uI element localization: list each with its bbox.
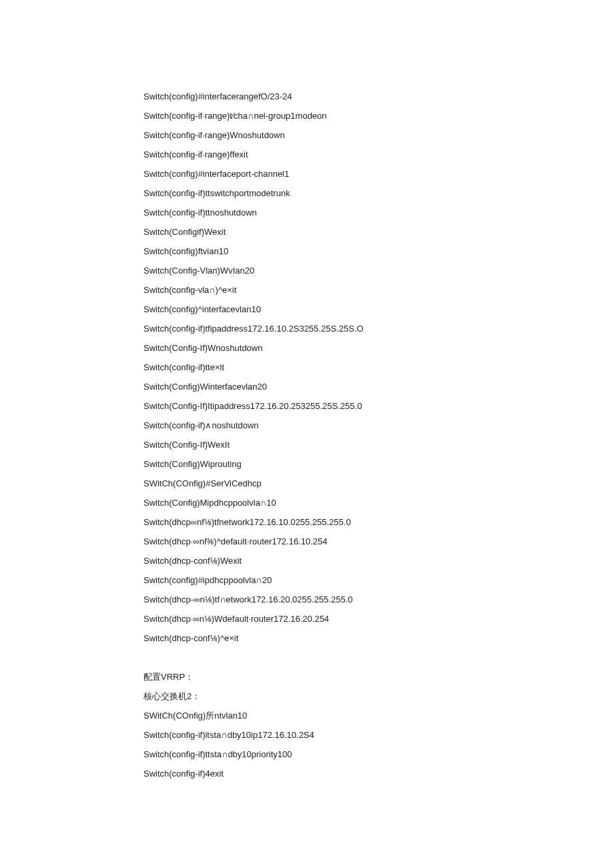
config-line: Switch(config-if·range)ffexit (143, 145, 614, 164)
section-subheading: 核心交换机2： (143, 687, 614, 706)
config-line: Switch(Configif)Wexit (143, 222, 614, 242)
config-line: Switch(Config)Wiprouting (143, 454, 614, 474)
config-line: Switch(config-if)∧noshutdown (143, 416, 614, 435)
config-line: Switch(Config-If)Wnoshutdown (143, 338, 614, 358)
config-line: Switch(dhcp-conf⅛)Wexit (143, 551, 614, 570)
config-line: Switch(dhcp-∞n⅛)tf∩etwork172.16.20.0255.… (143, 590, 614, 609)
config-block-2: 配置VRRP： 核心交换机2： SWitCh(COnfig)所ntvlan10 … (143, 667, 614, 783)
config-line: Switch(config)ftvian10 (143, 242, 614, 261)
config-line: Switch(config-if·range)Wnoshutdown (143, 125, 614, 145)
config-line: SWitCh(COnfig)所ntvlan10 (143, 706, 614, 725)
config-line: Switch(config-vla∩)^e×it (143, 280, 614, 300)
config-line: Switch(config-if)4exit (143, 764, 614, 783)
config-line: Switch(dhcp·∞nf⅜)^default·router172.16.1… (143, 532, 614, 551)
config-line: Switch(dhcp∞nf⅛)tfnetwork172.16.10.0255.… (143, 512, 614, 532)
config-line: Switch(config-if)tte×lt (143, 358, 614, 377)
config-line: Switch(config-if)ttswitchportmodetrunk (143, 183, 614, 203)
config-line: Switch(config-if)ttsta∩dby10priority100 (143, 745, 614, 764)
config-line: Switch(config)#interfacerangefO/23-24 (143, 87, 614, 106)
config-line: Switch(Config-If)Itipaddress172.16.20.25… (143, 396, 614, 416)
config-line: Switch(config-if)ttnoshutdown (143, 203, 614, 222)
config-line: Switch(config-if)tfipaddress172.16.10.2S… (143, 319, 614, 338)
config-line: Switch(config)^interfacevlan10 (143, 300, 614, 319)
config-line: Switch(config-if·range)t⁄cha∩nel-group1m… (143, 106, 614, 125)
config-line: Switch(dhcp-conf⅛)^e×it (143, 628, 614, 648)
config-line: Switch(config)#interfaceport-channel1 (143, 164, 614, 183)
config-line: Switch(Config-Vlan)WvIan20 (143, 261, 614, 280)
blank-line (143, 648, 614, 667)
section-heading: 配置VRRP： (143, 667, 614, 687)
config-line: Switch(dhcp·∞n⅛)Wdefault·router172.16.20… (143, 609, 614, 628)
config-line: Switch(Config)Winterfacevlan20 (143, 377, 614, 396)
config-line: Switch(config-if)itsta∩dby10ip172.16.10.… (143, 725, 614, 745)
config-line: Switch(Config-If)WexIt (143, 435, 614, 454)
config-block-1: Switch(config)#interfacerangefO/23-24 Sw… (143, 87, 614, 648)
config-line: Switch(config)#ipdhcppoolvla∩20 (143, 570, 614, 590)
config-line: Switch(Config)Mipdhcppoolvla∩10 (143, 493, 614, 512)
config-line: SWitCh(COnfig)#SerViCedhcp (143, 474, 614, 493)
